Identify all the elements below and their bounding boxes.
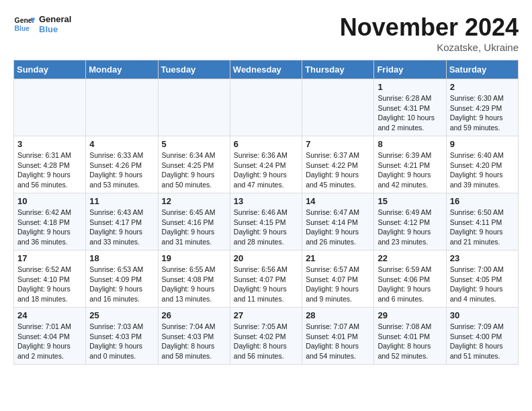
calendar-cell: 16Sunrise: 6:50 AM Sunset: 4:11 PM Dayli… xyxy=(446,193,518,250)
day-number: 20 xyxy=(234,253,298,263)
day-info: Sunrise: 6:47 AM Sunset: 4:14 PM Dayligh… xyxy=(306,208,370,247)
calendar-cell: 23Sunrise: 7:00 AM Sunset: 4:05 PM Dayli… xyxy=(446,250,518,308)
calendar-cell: 7Sunrise: 6:37 AM Sunset: 4:22 PM Daylig… xyxy=(302,136,374,193)
day-info: Sunrise: 7:03 AM Sunset: 4:03 PM Dayligh… xyxy=(89,322,154,361)
calendar-table: SundayMondayTuesdayWednesdayThursdayFrid… xyxy=(13,60,519,365)
weekday-header: Friday xyxy=(374,60,446,79)
weekday-header: Sunday xyxy=(14,60,86,79)
calendar-cell: 24Sunrise: 7:01 AM Sunset: 4:04 PM Dayli… xyxy=(14,308,86,365)
day-number: 3 xyxy=(17,139,82,149)
day-info: Sunrise: 6:28 AM Sunset: 4:31 PM Dayligh… xyxy=(378,93,442,133)
calendar-cell: 9Sunrise: 6:40 AM Sunset: 4:20 PM Daylig… xyxy=(446,136,518,193)
day-info: Sunrise: 6:57 AM Sunset: 4:07 PM Dayligh… xyxy=(306,265,370,304)
calendar-cell: 12Sunrise: 6:45 AM Sunset: 4:16 PM Dayli… xyxy=(158,193,230,250)
calendar-cell: 28Sunrise: 7:07 AM Sunset: 4:01 PM Dayli… xyxy=(302,308,374,365)
day-info: Sunrise: 6:30 AM Sunset: 4:29 PM Dayligh… xyxy=(450,93,515,133)
day-number: 8 xyxy=(378,139,442,149)
calendar-cell: 14Sunrise: 6:47 AM Sunset: 4:14 PM Dayli… xyxy=(302,193,374,250)
calendar-cell: 1Sunrise: 6:28 AM Sunset: 4:31 PM Daylig… xyxy=(374,79,446,136)
calendar-cell xyxy=(14,79,86,136)
calendar-cell xyxy=(230,79,302,136)
location: Kozatske, Ukraine xyxy=(340,42,519,53)
day-number: 15 xyxy=(378,196,442,206)
calendar-cell: 6Sunrise: 6:36 AM Sunset: 4:24 PM Daylig… xyxy=(230,136,302,193)
day-number: 12 xyxy=(162,196,226,206)
calendar-cell xyxy=(158,79,230,136)
day-info: Sunrise: 6:55 AM Sunset: 4:08 PM Dayligh… xyxy=(162,265,226,304)
day-number: 10 xyxy=(17,196,82,206)
calendar-cell: 27Sunrise: 7:05 AM Sunset: 4:02 PM Dayli… xyxy=(230,308,302,365)
day-info: Sunrise: 6:59 AM Sunset: 4:06 PM Dayligh… xyxy=(378,265,442,304)
calendar-cell: 5Sunrise: 6:34 AM Sunset: 4:25 PM Daylig… xyxy=(158,136,230,193)
day-info: Sunrise: 7:01 AM Sunset: 4:04 PM Dayligh… xyxy=(17,322,82,361)
day-number: 19 xyxy=(162,253,226,263)
day-info: Sunrise: 6:36 AM Sunset: 4:24 PM Dayligh… xyxy=(234,150,298,190)
day-number: 23 xyxy=(450,253,515,263)
logo-general: General xyxy=(39,14,71,24)
title-block: November 2024 Kozatske, Ukraine xyxy=(340,13,519,53)
day-number: 14 xyxy=(306,196,370,206)
logo-icon: General Blue xyxy=(13,13,35,35)
calendar-cell: 21Sunrise: 6:57 AM Sunset: 4:07 PM Dayli… xyxy=(302,250,374,308)
logo-blue: Blue xyxy=(39,24,71,34)
day-number: 6 xyxy=(234,139,298,149)
calendar-cell: 19Sunrise: 6:55 AM Sunset: 4:08 PM Dayli… xyxy=(158,250,230,308)
weekday-header: Wednesday xyxy=(230,60,302,79)
day-number: 11 xyxy=(89,196,154,206)
day-info: Sunrise: 6:49 AM Sunset: 4:12 PM Dayligh… xyxy=(378,208,442,247)
day-info: Sunrise: 7:00 AM Sunset: 4:05 PM Dayligh… xyxy=(450,265,515,304)
calendar-cell: 11Sunrise: 6:43 AM Sunset: 4:17 PM Dayli… xyxy=(86,193,158,250)
day-info: Sunrise: 6:53 AM Sunset: 4:09 PM Dayligh… xyxy=(89,265,154,304)
day-number: 7 xyxy=(306,139,370,149)
day-info: Sunrise: 6:52 AM Sunset: 4:10 PM Dayligh… xyxy=(17,265,82,304)
day-number: 13 xyxy=(234,196,298,206)
calendar-cell: 25Sunrise: 7:03 AM Sunset: 4:03 PM Dayli… xyxy=(86,308,158,365)
day-info: Sunrise: 6:39 AM Sunset: 4:21 PM Dayligh… xyxy=(378,150,442,190)
day-number: 17 xyxy=(17,253,82,263)
day-info: Sunrise: 6:40 AM Sunset: 4:20 PM Dayligh… xyxy=(450,150,515,190)
calendar-cell xyxy=(302,79,374,136)
day-number: 1 xyxy=(378,82,442,92)
calendar-cell: 13Sunrise: 6:46 AM Sunset: 4:15 PM Dayli… xyxy=(230,193,302,250)
day-info: Sunrise: 7:04 AM Sunset: 4:03 PM Dayligh… xyxy=(162,322,226,361)
day-number: 28 xyxy=(306,310,370,320)
weekday-header: Thursday xyxy=(302,60,374,79)
day-number: 16 xyxy=(450,196,515,206)
day-info: Sunrise: 6:33 AM Sunset: 4:26 PM Dayligh… xyxy=(89,150,154,190)
day-info: Sunrise: 6:56 AM Sunset: 4:07 PM Dayligh… xyxy=(234,265,298,304)
day-number: 5 xyxy=(162,139,226,149)
calendar-cell: 22Sunrise: 6:59 AM Sunset: 4:06 PM Dayli… xyxy=(374,250,446,308)
calendar-cell: 2Sunrise: 6:30 AM Sunset: 4:29 PM Daylig… xyxy=(446,79,518,136)
day-number: 4 xyxy=(89,139,154,149)
day-number: 2 xyxy=(450,82,515,92)
calendar-cell: 17Sunrise: 6:52 AM Sunset: 4:10 PM Dayli… xyxy=(14,250,86,308)
calendar-cell: 29Sunrise: 7:08 AM Sunset: 4:01 PM Dayli… xyxy=(374,308,446,365)
weekday-header: Saturday xyxy=(446,60,518,79)
svg-text:Blue: Blue xyxy=(15,25,30,32)
calendar-header: SundayMondayTuesdayWednesdayThursdayFrid… xyxy=(14,60,519,79)
day-info: Sunrise: 6:37 AM Sunset: 4:22 PM Dayligh… xyxy=(306,150,370,190)
day-number: 21 xyxy=(306,253,370,263)
weekday-header: Monday xyxy=(86,60,158,79)
day-info: Sunrise: 6:42 AM Sunset: 4:18 PM Dayligh… xyxy=(17,208,82,247)
day-info: Sunrise: 6:45 AM Sunset: 4:16 PM Dayligh… xyxy=(162,208,226,247)
day-info: Sunrise: 6:50 AM Sunset: 4:11 PM Dayligh… xyxy=(450,208,515,247)
page-header: General Blue General Blue November 2024 … xyxy=(13,13,519,53)
day-number: 24 xyxy=(17,310,82,320)
day-number: 18 xyxy=(89,253,154,263)
calendar-cell: 4Sunrise: 6:33 AM Sunset: 4:26 PM Daylig… xyxy=(86,136,158,193)
day-number: 22 xyxy=(378,253,442,263)
day-info: Sunrise: 7:05 AM Sunset: 4:02 PM Dayligh… xyxy=(234,322,298,361)
day-info: Sunrise: 7:07 AM Sunset: 4:01 PM Dayligh… xyxy=(306,322,370,361)
calendar-cell xyxy=(86,79,158,136)
day-number: 29 xyxy=(378,310,442,320)
day-info: Sunrise: 6:43 AM Sunset: 4:17 PM Dayligh… xyxy=(89,208,154,247)
month-title: November 2024 xyxy=(340,13,519,42)
day-number: 30 xyxy=(450,310,515,320)
day-info: Sunrise: 6:46 AM Sunset: 4:15 PM Dayligh… xyxy=(234,208,298,247)
day-info: Sunrise: 6:34 AM Sunset: 4:25 PM Dayligh… xyxy=(162,150,226,190)
calendar-cell: 30Sunrise: 7:09 AM Sunset: 4:00 PM Dayli… xyxy=(446,308,518,365)
day-info: Sunrise: 7:09 AM Sunset: 4:00 PM Dayligh… xyxy=(450,322,515,361)
calendar-cell: 8Sunrise: 6:39 AM Sunset: 4:21 PM Daylig… xyxy=(374,136,446,193)
day-info: Sunrise: 7:08 AM Sunset: 4:01 PM Dayligh… xyxy=(378,322,442,361)
